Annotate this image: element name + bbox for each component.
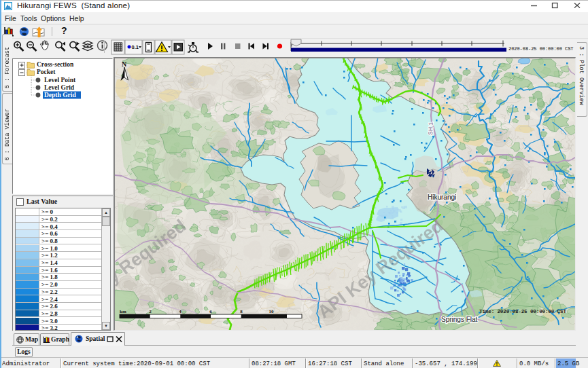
svg-text:Springs Flat: Springs Flat [441,316,478,323]
svg-text:2: 2 [149,309,152,314]
svg-text:0.1: 0.1 [132,44,139,50]
svg-text:Time: 2020-08-25 00:00:00 CST: Time: 2020-08-25 00:00:00 CST [479,309,566,314]
svg-text:4: 4 [179,309,181,314]
svg-text:N: N [122,60,127,68]
svg-text:km: km [120,309,126,314]
svg-text:8: 8 [240,309,243,314]
svg-text:Hikurangi: Hikurangi [428,194,456,201]
svg-text:10: 10 [269,309,275,314]
svg-text:2020-08-25 00:00:00 CST: 2020-08-25 00:00:00 CST [508,46,573,52]
svg-text:SH 1: SH 1 [427,122,434,136]
svg-text:6: 6 [209,309,212,314]
